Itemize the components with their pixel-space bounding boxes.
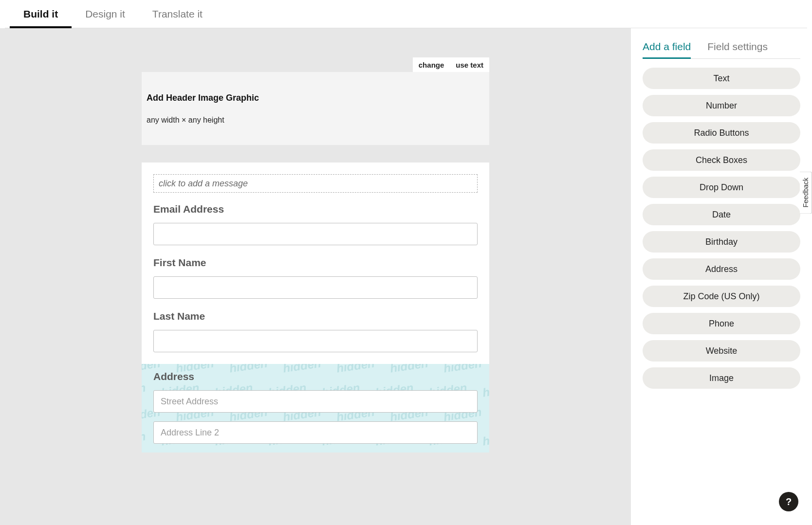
field-type-radio-buttons[interactable]: Radio Buttons xyxy=(643,122,800,144)
feedback-tab[interactable]: Feedback xyxy=(800,171,812,214)
field-last-name-label: Last Name xyxy=(153,310,478,322)
field-type-birthday[interactable]: Birthday xyxy=(643,231,800,253)
field-last-name[interactable]: Last Name xyxy=(153,310,478,352)
form-card: click to add a message Email Address Fir… xyxy=(142,163,489,453)
field-email[interactable]: Email Address xyxy=(153,203,478,245)
help-button[interactable]: ? xyxy=(779,492,798,511)
field-last-name-input[interactable] xyxy=(153,330,478,352)
field-type-address[interactable]: Address xyxy=(643,258,800,280)
field-address-line2-input[interactable] xyxy=(153,421,478,444)
sidebar-tabs: Add a field Field settings xyxy=(643,38,800,59)
field-type-drop-down[interactable]: Drop Down xyxy=(643,177,800,198)
canvas-inner: change use text Add Header Image Graphic… xyxy=(142,72,489,525)
sidebar-tab-add-field[interactable]: Add a field xyxy=(643,38,691,58)
field-type-zip-code-us-only[interactable]: Zip Code (US Only) xyxy=(643,286,800,307)
top-tabs: Build it Design it Translate it xyxy=(5,0,807,28)
field-email-input[interactable] xyxy=(153,223,478,245)
header-use-text-button[interactable]: use text xyxy=(450,61,489,69)
field-first-name-label: First Name xyxy=(153,257,478,269)
workspace: change use text Add Header Image Graphic… xyxy=(0,28,812,525)
sidebar: Add a field Field settings TextNumberRad… xyxy=(631,28,812,525)
field-address-street-input[interactable] xyxy=(153,390,478,413)
header-image-actions: change use text xyxy=(413,57,489,72)
header-image-subtitle: any width × any height xyxy=(147,116,484,125)
field-type-website[interactable]: Website xyxy=(643,340,800,362)
field-type-image[interactable]: Image xyxy=(643,367,800,389)
form-message-slot[interactable]: click to add a message xyxy=(153,174,478,193)
field-address-hidden[interactable]: hiddenhiddenhiddenhiddenhiddenhiddenhidd… xyxy=(142,364,489,453)
tab-build[interactable]: Build it xyxy=(10,0,72,28)
field-first-name[interactable]: First Name xyxy=(153,257,478,299)
field-type-check-boxes[interactable]: Check Boxes xyxy=(643,149,800,171)
field-type-list: TextNumberRadio ButtonsCheck BoxesDrop D… xyxy=(643,68,800,389)
header-image-slot[interactable]: Add Header Image Graphic any width × any… xyxy=(142,72,489,145)
field-email-label: Email Address xyxy=(153,203,478,215)
canvas: change use text Add Header Image Graphic… xyxy=(0,28,631,525)
header-change-button[interactable]: change xyxy=(413,61,450,69)
sidebar-tab-field-settings[interactable]: Field settings xyxy=(707,38,768,58)
field-type-number[interactable]: Number xyxy=(643,95,800,116)
tab-translate[interactable]: Translate it xyxy=(139,0,216,28)
field-type-phone[interactable]: Phone xyxy=(643,313,800,334)
field-type-text[interactable]: Text xyxy=(643,68,800,89)
field-first-name-input[interactable] xyxy=(153,276,478,299)
tab-design[interactable]: Design it xyxy=(72,0,139,28)
header-image-wrap: change use text Add Header Image Graphic… xyxy=(142,72,489,145)
field-address-label: Address xyxy=(153,371,478,382)
header-image-title: Add Header Image Graphic xyxy=(147,93,484,103)
field-type-date[interactable]: Date xyxy=(643,204,800,225)
